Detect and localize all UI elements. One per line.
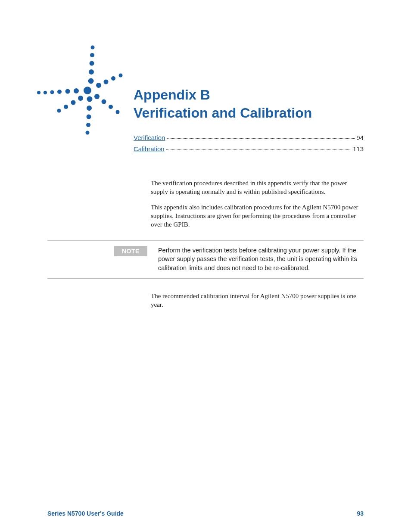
toc-link-verification[interactable]: Verification [134, 134, 165, 141]
svg-point-16 [87, 106, 92, 111]
calibration-interval-paragraph: The recommended calibration interval for… [151, 292, 364, 309]
toc-page-verification: 94 [356, 134, 364, 141]
svg-point-20 [71, 100, 76, 105]
svg-point-13 [86, 131, 90, 135]
svg-point-25 [57, 90, 62, 94]
intro-paragraph-1: The verification procedures described in… [151, 179, 364, 196]
svg-point-27 [74, 88, 79, 93]
svg-point-7 [104, 80, 109, 84]
svg-point-23 [44, 91, 47, 94]
toc-item-calibration: Calibration 113 [134, 145, 364, 153]
svg-point-2 [90, 61, 94, 66]
table-of-contents: Verification 94 Calibration 113 [134, 134, 364, 153]
svg-point-5 [119, 74, 123, 78]
toc-link-calibration[interactable]: Calibration [134, 145, 165, 152]
agilent-spark-logo [37, 43, 123, 136]
svg-point-6 [111, 76, 115, 81]
intro-paragraph-2: This appendix also includes calibration … [151, 203, 364, 229]
svg-point-26 [65, 89, 70, 94]
svg-point-0 [91, 46, 95, 50]
appendix-title-line2: Verification and Calibration [134, 104, 364, 122]
svg-point-3 [89, 69, 94, 75]
svg-point-21 [78, 96, 83, 101]
svg-point-18 [57, 109, 61, 113]
svg-point-19 [64, 105, 68, 109]
footer-page-number: 93 [357, 510, 364, 517]
svg-point-24 [50, 90, 54, 94]
svg-point-28 [84, 87, 91, 94]
svg-point-14 [86, 123, 90, 127]
svg-point-1 [90, 53, 94, 57]
svg-point-12 [94, 94, 100, 99]
footer-guide-title: Series N5700 User's Guide [47, 510, 124, 517]
note-text: Perform the verification tests before ca… [158, 246, 364, 272]
svg-point-15 [87, 115, 91, 119]
svg-point-11 [102, 100, 106, 104]
svg-point-10 [109, 105, 113, 109]
svg-point-4 [88, 78, 94, 84]
toc-leader-dots [166, 149, 351, 150]
page-footer: Series N5700 User's Guide 93 [47, 510, 364, 517]
svg-point-8 [96, 83, 101, 88]
svg-point-17 [87, 96, 93, 102]
note-block: NOTE Perform the verification tests befo… [47, 240, 364, 279]
svg-point-22 [37, 91, 40, 94]
toc-page-calibration: 113 [353, 145, 364, 152]
svg-point-9 [116, 110, 120, 114]
appendix-title-line1: Appendix B [134, 86, 364, 104]
toc-item-verification: Verification 94 [134, 134, 364, 142]
note-label: NOTE [114, 246, 147, 256]
toc-leader-dots [167, 138, 355, 139]
